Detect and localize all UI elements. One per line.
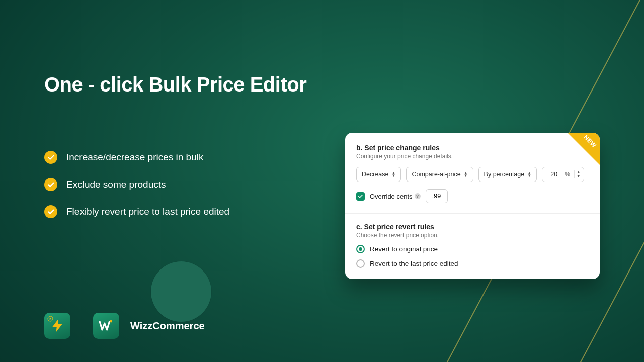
app-icon-w: [93, 313, 119, 339]
override-label: Override cents ?: [370, 193, 421, 200]
override-row: Override cents ?: [356, 189, 589, 203]
check-icon: [44, 178, 57, 191]
stepper-icon[interactable]: ▲▼: [574, 170, 581, 178]
section-b-subtitle: Configure your price change details.: [356, 153, 589, 160]
new-ribbon: NEW: [568, 133, 600, 165]
price-rule-row: Decrease ▲▼ Compare-at-price ▲▼ By perce…: [356, 167, 589, 182]
feature-label: Flexibly revert price to last price edit…: [66, 206, 229, 217]
feature-list: Increase/decrease prices in bulk Exclude…: [44, 151, 229, 232]
check-icon: [44, 205, 57, 218]
app-icon-bolt: [44, 313, 70, 339]
override-label-text: Override cents: [370, 193, 413, 200]
override-value-input[interactable]: [426, 189, 448, 203]
help-icon[interactable]: ?: [415, 193, 421, 199]
settings-card: NEW b. Set price change rules Configure …: [345, 133, 600, 279]
divider: [82, 315, 82, 337]
value-input-value: 20: [547, 171, 560, 178]
section-c-title: c. Set price revert rules: [356, 223, 589, 231]
mode-select-value: By percentage: [484, 171, 525, 178]
check-icon: [44, 151, 57, 164]
field-select[interactable]: Compare-at-price ▲▼: [406, 167, 473, 182]
revert-option-original[interactable]: Revert to original price: [356, 245, 589, 253]
revert-option-label: Revert to the last price edited: [370, 260, 458, 267]
page-title: One - click Bulk Price Editor: [44, 73, 306, 96]
mode-select[interactable]: By percentage ▲▼: [478, 167, 537, 182]
override-checkbox[interactable]: [356, 192, 365, 201]
value-input-unit: %: [565, 171, 570, 178]
revert-option-label: Revert to original price: [370, 245, 438, 253]
section-b-title: b. Set price change rules: [356, 144, 589, 152]
feature-item: Flexibly revert price to last price edit…: [44, 205, 229, 218]
svg-point-1: [110, 320, 112, 323]
feature-item: Exclude some products: [44, 178, 229, 191]
value-input[interactable]: 20 % ▲▼: [542, 167, 584, 182]
sort-icon: ▲▼: [464, 172, 468, 177]
brand-name: WizzCommerce: [130, 320, 205, 332]
feature-label: Exclude some products: [66, 179, 166, 190]
field-select-value: Compare-at-price: [412, 171, 460, 178]
radio-icon: [356, 245, 365, 253]
action-select[interactable]: Decrease ▲▼: [356, 167, 401, 182]
feature-item: Increase/decrease prices in bulk: [44, 151, 229, 164]
sort-icon: ▲▼: [392, 172, 396, 177]
feature-label: Increase/decrease prices in bulk: [66, 152, 203, 163]
sort-icon: ▲▼: [527, 172, 531, 177]
promo-stage: One - click Bulk Price Editor Increase/d…: [0, 0, 644, 362]
brand-row: WizzCommerce: [44, 313, 205, 339]
revert-option-last-edited[interactable]: Revert to the last price edited: [356, 259, 589, 268]
section-c-subtitle: Choose the revert price option.: [356, 232, 589, 239]
action-select-value: Decrease: [362, 171, 389, 178]
new-ribbon-label: NEW: [582, 134, 598, 149]
divider: [345, 213, 600, 214]
radio-icon: [356, 259, 365, 268]
